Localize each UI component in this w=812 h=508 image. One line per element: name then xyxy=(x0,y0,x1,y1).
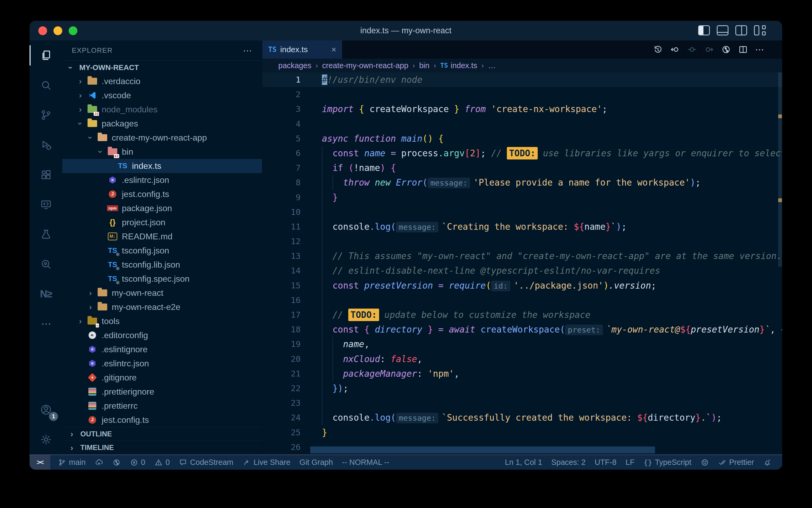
tree-folder--verdaccio[interactable]: ›.verdaccio xyxy=(62,74,262,88)
tree-folder-my-own-react-e2e[interactable]: ›my-own-react-e2e xyxy=(62,300,262,314)
tree-file--eslintrc-json[interactable]: .eslintrc.json xyxy=(62,356,262,371)
explorer-more-actions-icon[interactable]: ⋯ xyxy=(243,45,252,56)
customize-layout-icon[interactable] xyxy=(754,25,766,35)
status-commit-graph[interactable] xyxy=(112,458,121,467)
breadcrumb-item[interactable]: bin xyxy=(419,61,429,70)
tree-file-tsconfig-json[interactable]: TS✻tsconfig.json xyxy=(62,244,262,258)
open-change-icon[interactable] xyxy=(687,44,697,54)
tree-item-label: .prettierignore xyxy=(102,387,154,397)
tree-file-jest-config-ts[interactable]: Jjest.config.ts xyxy=(62,413,262,427)
status-indentation[interactable]: Spaces: 2 xyxy=(551,458,586,467)
tree-folder-node-modules[interactable]: ›JSnode_modules xyxy=(62,102,262,117)
chevron-right-icon[interactable]: › xyxy=(75,105,86,114)
breadcrumb-item[interactable]: create-my-own-react-app xyxy=(322,61,409,70)
chevron-right-icon[interactable]: › xyxy=(75,316,86,326)
search-icon[interactable] xyxy=(30,70,62,100)
breadcrumb-item[interactable]: packages xyxy=(278,61,311,70)
timeline-section-header[interactable]: › TIMELINE xyxy=(62,441,262,455)
status-feedback-smiley[interactable] xyxy=(701,458,709,467)
inlay-hint: message: xyxy=(428,178,470,188)
settings-icon[interactable] xyxy=(30,425,62,455)
status-codestream[interactable]: CodeStream xyxy=(179,458,233,467)
tree-file-index-ts[interactable]: TSindex.ts xyxy=(62,159,262,173)
tree-file--prettierignore[interactable]: .prettierignore xyxy=(62,385,262,399)
next-change-icon[interactable] xyxy=(704,44,714,54)
chevron-right-icon[interactable]: › xyxy=(85,288,96,297)
workspace-section-header[interactable]: › MY-OWN-REACT xyxy=(62,60,262,74)
run-debug-icon[interactable] xyxy=(30,130,62,160)
breadcrumb-item[interactable]: TSindex.ts xyxy=(440,61,477,70)
status-errors[interactable]: 0 xyxy=(130,458,145,467)
status-publish[interactable] xyxy=(95,458,103,467)
activity-bar: N≥⋯ 1 xyxy=(30,40,62,455)
nx-console-icon[interactable]: N≥ xyxy=(30,279,62,309)
tree-folder-bin[interactable]: ›01bin xyxy=(62,145,262,159)
explorer-icon[interactable] xyxy=(30,40,62,70)
tree-folder-packages[interactable]: ›packages xyxy=(62,117,262,131)
status-notifications[interactable] xyxy=(763,458,772,467)
jest-icon: J xyxy=(106,189,118,200)
source-control-icon[interactable] xyxy=(30,100,62,130)
status-warnings[interactable]: 0 xyxy=(154,458,170,467)
status-prettier[interactable]: Prettier xyxy=(718,458,754,467)
toggle-secondary-sidebar-icon[interactable] xyxy=(735,25,747,35)
more-actions-icon[interactable]: ⋯ xyxy=(755,44,765,55)
testing-icon[interactable] xyxy=(30,219,62,249)
tree-file-project-json[interactable]: {}project.json xyxy=(62,215,262,229)
previous-change-icon[interactable] xyxy=(670,44,680,54)
typescript-file-icon: TS xyxy=(268,46,277,53)
tree-item-label: .vscode xyxy=(102,90,131,100)
tree-file--eslintignore[interactable]: .eslintignore xyxy=(62,342,262,356)
tree-folder-my-own-react[interactable]: ›my-own-react xyxy=(62,286,262,300)
tree-file--eslintrc-json[interactable]: .eslintrc.json xyxy=(62,173,262,187)
extensions-icon[interactable] xyxy=(30,160,62,189)
tree-file-package-json[interactable]: npmpackage.json xyxy=(62,201,262,215)
status-encoding[interactable]: UTF-8 xyxy=(594,458,616,467)
horizontal-scrollbar[interactable] xyxy=(310,447,655,454)
ts-gear-icon: TS✻ xyxy=(106,259,118,270)
remote-indicator[interactable]: >< xyxy=(30,455,50,470)
tree-file--prettierrc[interactable]: .prettierrc xyxy=(62,399,262,413)
folder-icon: JS xyxy=(86,104,98,115)
status-git-graph[interactable]: Git Graph xyxy=(299,458,333,467)
tree-folder--vscode[interactable]: ›.vscode xyxy=(62,88,262,102)
tree-file-tsconfig-lib-json[interactable]: TS✻tsconfig.lib.json xyxy=(62,258,262,272)
chevron-down-icon[interactable]: › xyxy=(86,132,95,143)
accounts-icon[interactable]: 1 xyxy=(30,395,62,425)
tree-file--gitignore[interactable]: .gitignore xyxy=(62,371,262,385)
chevron-right-icon[interactable]: › xyxy=(75,77,86,86)
close-tab-icon[interactable]: × xyxy=(331,45,336,54)
timeline-history-icon[interactable] xyxy=(653,44,663,54)
commit-graph-icon[interactable] xyxy=(721,44,731,54)
status-live-share[interactable]: Live Share xyxy=(242,458,291,467)
tree-folder-create-my-own-react-app[interactable]: ›create-my-own-react-app xyxy=(62,131,262,145)
status-vim-mode[interactable]: -- NORMAL -- xyxy=(342,458,389,467)
split-editor-icon[interactable] xyxy=(738,44,748,54)
tab-index-ts[interactable]: TS index.ts × xyxy=(262,40,342,58)
tree-file-readme-md[interactable]: M↓README.md xyxy=(62,229,262,244)
tree-folder-tools[interactable]: ›⚒tools xyxy=(62,314,262,328)
chevron-down-icon[interactable]: › xyxy=(96,146,105,158)
toggle-primary-sidebar-icon[interactable] xyxy=(698,25,710,35)
chevron-right-icon[interactable]: › xyxy=(75,91,86,100)
tree-file--editorconfig[interactable]: .editorconfig xyxy=(62,328,262,342)
status-git-branch[interactable]: main xyxy=(58,458,86,467)
remote-explorer-icon[interactable] xyxy=(30,189,62,219)
tree-file-tsconfig-spec-json[interactable]: TS✻tsconfig.spec.json xyxy=(62,272,262,286)
status-cursor-position[interactable]: Ln 1, Col 1 xyxy=(505,458,542,467)
more-views-icon[interactable]: ⋯ xyxy=(30,309,62,339)
breadcrumb-separator: › xyxy=(316,61,318,70)
eslint-icon xyxy=(86,358,98,369)
chevron-down-icon[interactable]: › xyxy=(76,118,85,129)
breadcrumb-item[interactable]: … xyxy=(488,61,496,70)
status-eol[interactable]: LF xyxy=(625,458,634,467)
vertical-scrollbar[interactable] xyxy=(778,73,782,455)
tree-file-jest-config-ts[interactable]: Jjest.config.ts xyxy=(62,187,262,201)
toggle-panel-icon[interactable] xyxy=(717,25,728,35)
code-line: #!/usr/bin/env node xyxy=(262,73,782,87)
outline-section-header[interactable]: › OUTLINE xyxy=(62,427,262,441)
code-editor[interactable]: 1234567891011121314151617181920212223242… xyxy=(262,73,782,455)
chevron-right-icon[interactable]: › xyxy=(85,302,96,311)
status-language-mode[interactable]: {}TypeScript xyxy=(643,458,691,467)
gitlens-icon[interactable] xyxy=(30,249,62,279)
